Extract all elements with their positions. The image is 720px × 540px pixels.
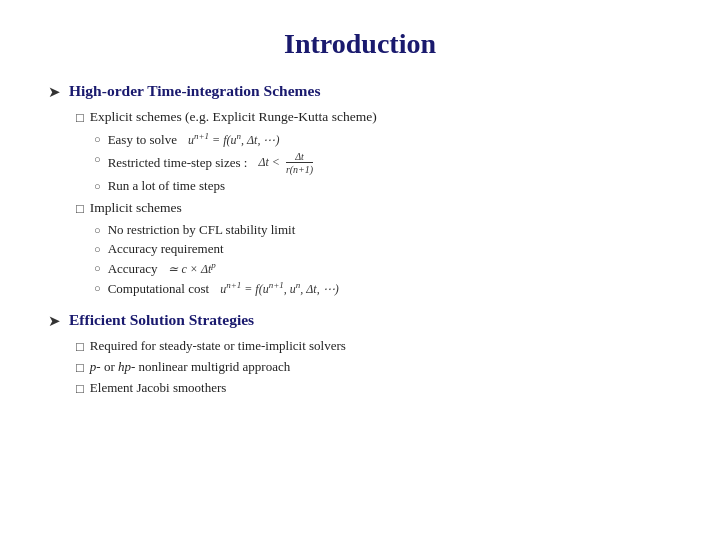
section-header-high-order: ➤ High-order Time-integration Schemes xyxy=(48,82,672,101)
eff-bullet-icon: □ xyxy=(76,381,84,397)
arrow-icon-2: ➤ xyxy=(48,312,61,330)
section-header-efficient: ➤ Efficient Solution Strategies xyxy=(48,311,672,330)
section-efficient: ➤ Efficient Solution Strategies □ Requir… xyxy=(48,311,672,397)
item-label: Accuracy requirement xyxy=(108,241,224,257)
item-text: Easy to solve un+1 = f(un, Δt, ⋯) xyxy=(108,131,280,148)
arrow-icon-1: ➤ xyxy=(48,83,61,101)
explicit-items: ○ Easy to solve un+1 = f(un, Δt, ⋯) ○ Re… xyxy=(94,131,672,194)
list-item: ○ No restriction by CFL stability limit xyxy=(94,222,672,238)
eff-text: Element Jacobi smoothers xyxy=(90,380,226,396)
list-item: ○ Run a lot of time steps xyxy=(94,178,672,194)
item-bullet-icon: ○ xyxy=(94,282,101,294)
list-item: ○ Accuracy requirement xyxy=(94,241,672,257)
sub-title-explicit: Explicit schemes (e.g. Explicit Runge-Ku… xyxy=(90,109,377,125)
math-formula-1: un+1 = f(un, Δt, ⋯) xyxy=(188,131,279,148)
item-label: Computational cost xyxy=(108,281,209,297)
item-text: Accuracy ≃ c × Δtp xyxy=(108,260,216,277)
eff-bullet-icon: □ xyxy=(76,339,84,355)
item-bullet-icon: ○ xyxy=(94,153,101,165)
item-bullet-icon: ○ xyxy=(94,224,101,236)
item-label: Accuracy xyxy=(108,261,158,277)
item-label: No restriction by CFL stability limit xyxy=(108,222,296,238)
item-text: Accuracy requirement xyxy=(108,241,224,257)
list-item: ○ Easy to solve un+1 = f(un, Δt, ⋯) xyxy=(94,131,672,148)
item-text: Restricted time-step sizes : Δt < Δtr(n+… xyxy=(108,151,317,175)
sub-bullet-implicit: □ xyxy=(76,201,84,217)
implicit-items: ○ No restriction by CFL stability limit … xyxy=(94,222,672,297)
item-bullet-icon: ○ xyxy=(94,262,101,274)
item-bullet-icon: ○ xyxy=(94,133,101,145)
list-item: □ p- or hp- nonlinear multigrid approach xyxy=(76,359,672,376)
subsection-explicit: □ Explicit schemes (e.g. Explicit Runge-… xyxy=(76,109,672,194)
item-text: Run a lot of time steps xyxy=(108,178,225,194)
list-item: ○ Restricted time-step sizes : Δt < Δtr(… xyxy=(94,151,672,175)
math-formula-4: un+1 = f(un+1, un, Δt, ⋯) xyxy=(220,280,339,297)
list-item: ○ Computational cost un+1 = f(un+1, un, … xyxy=(94,280,672,297)
slide: Introduction ➤ High-order Time-integrati… xyxy=(0,0,720,540)
subsection-implicit: □ Implicit schemes ○ No restriction by C… xyxy=(76,200,672,297)
efficient-items: □ Required for steady-state or time-impl… xyxy=(76,338,672,397)
eff-text: p- or hp- nonlinear multigrid approach xyxy=(90,359,290,375)
list-item: □ Required for steady-state or time-impl… xyxy=(76,338,672,355)
section-title-efficient: Efficient Solution Strategies xyxy=(69,311,254,329)
item-label: Easy to solve xyxy=(108,132,177,148)
list-item: □ Element Jacobi smoothers xyxy=(76,380,672,397)
slide-title: Introduction xyxy=(48,28,672,60)
eff-bullet-icon: □ xyxy=(76,360,84,376)
sub-title-implicit: Implicit schemes xyxy=(90,200,182,216)
item-bullet-icon: ○ xyxy=(94,243,101,255)
sub-header-explicit: □ Explicit schemes (e.g. Explicit Runge-… xyxy=(76,109,672,126)
sub-header-implicit: □ Implicit schemes xyxy=(76,200,672,217)
item-text: No restriction by CFL stability limit xyxy=(108,222,296,238)
eff-text: Required for steady-state or time-implic… xyxy=(90,338,346,354)
section-title-high-order: High-order Time-integration Schemes xyxy=(69,82,320,100)
section-high-order: ➤ High-order Time-integration Schemes □ … xyxy=(48,82,672,297)
sub-bullet-explicit: □ xyxy=(76,110,84,126)
math-formula-2: Δt < Δtr(n+1) xyxy=(258,151,316,175)
item-label: Restricted time-step sizes : xyxy=(108,155,248,171)
list-item: ○ Accuracy ≃ c × Δtp xyxy=(94,260,672,277)
item-label: Run a lot of time steps xyxy=(108,178,225,194)
math-formula-3: ≃ c × Δtp xyxy=(168,260,215,277)
item-bullet-icon: ○ xyxy=(94,180,101,192)
item-text: Computational cost un+1 = f(un+1, un, Δt… xyxy=(108,280,339,297)
